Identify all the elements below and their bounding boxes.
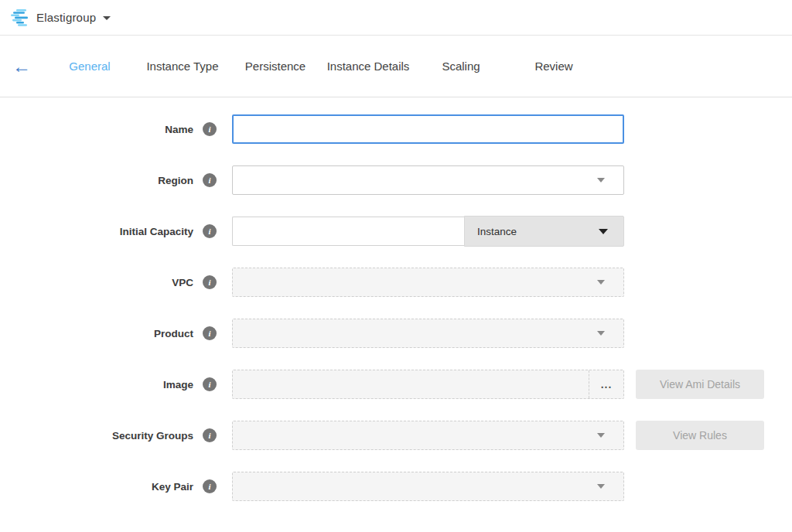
tab-persistence[interactable]: Persistence: [229, 60, 322, 73]
key-pair-select: [232, 472, 624, 501]
capacity-unit-select[interactable]: Instance: [464, 216, 624, 247]
vpc-label: VPC: [0, 277, 193, 288]
security-groups-label: Security Groups: [0, 430, 193, 442]
image-input-group: ...: [232, 370, 624, 399]
tab-instance-details[interactable]: Instance Details: [322, 60, 415, 73]
chevron-down-icon: [597, 178, 605, 182]
elastigroup-logo-icon: [11, 9, 29, 26]
tab-scaling[interactable]: Scaling: [415, 60, 507, 73]
top-bar: Elastigroup: [0, 0, 792, 36]
form-row-security-groups: Security Groups i View Rules: [0, 421, 792, 450]
name-input[interactable]: [232, 114, 624, 144]
chevron-down-icon: [597, 484, 605, 489]
image-input: [233, 370, 589, 398]
initial-capacity-label: Initial Capacity: [0, 226, 193, 237]
info-icon[interactable]: i: [203, 173, 217, 187]
form-row-initial-capacity: Initial Capacity i Instance: [0, 217, 792, 246]
form-row-image: Image i ... View Ami Details: [0, 370, 792, 399]
form-row-key-pair: Key Pair i: [0, 472, 792, 501]
image-browse-button: ...: [589, 370, 623, 398]
chevron-down-icon: [597, 433, 605, 438]
info-icon[interactable]: i: [203, 326, 217, 340]
back-arrow-icon[interactable]: ←: [0, 57, 43, 76]
info-icon[interactable]: i: [203, 275, 217, 289]
tab-instance-type[interactable]: Instance Type: [136, 60, 229, 73]
initial-capacity-input[interactable]: [232, 217, 464, 246]
wizard-tab-bar: ← General Instance Type Persistence Inst…: [0, 36, 792, 97]
form-row-vpc: VPC i: [0, 268, 792, 297]
info-icon[interactable]: i: [203, 479, 217, 493]
tab-general[interactable]: General: [43, 60, 136, 73]
app-title[interactable]: Elastigroup: [36, 11, 96, 24]
info-icon[interactable]: i: [203, 122, 217, 136]
image-label: Image: [0, 379, 193, 390]
product-label: Product: [0, 328, 193, 339]
info-icon[interactable]: i: [203, 224, 217, 238]
region-label: Region: [0, 175, 193, 186]
app-switcher-caret-icon[interactable]: [103, 16, 111, 20]
view-ami-details-button: View Ami Details: [636, 370, 764, 399]
capacity-unit-value: Instance: [477, 226, 517, 237]
region-select[interactable]: [232, 165, 624, 195]
info-icon[interactable]: i: [203, 428, 217, 442]
product-select: [232, 319, 624, 348]
tab-review[interactable]: Review: [507, 60, 600, 73]
key-pair-label: Key Pair: [0, 481, 193, 493]
form-row-region: Region i: [0, 165, 792, 195]
view-rules-button: View Rules: [636, 421, 764, 450]
info-icon[interactable]: i: [203, 377, 217, 391]
general-settings-form: Name i Region i Initial Capacity i Insta…: [0, 97, 792, 501]
chevron-down-icon: [597, 331, 605, 336]
form-row-name: Name i: [0, 114, 792, 144]
form-row-product: Product i: [0, 319, 792, 348]
name-label: Name: [0, 124, 193, 135]
security-groups-select: [232, 421, 624, 450]
chevron-down-icon: [597, 280, 605, 285]
vpc-select: [232, 268, 624, 297]
chevron-down-icon: [599, 229, 608, 234]
